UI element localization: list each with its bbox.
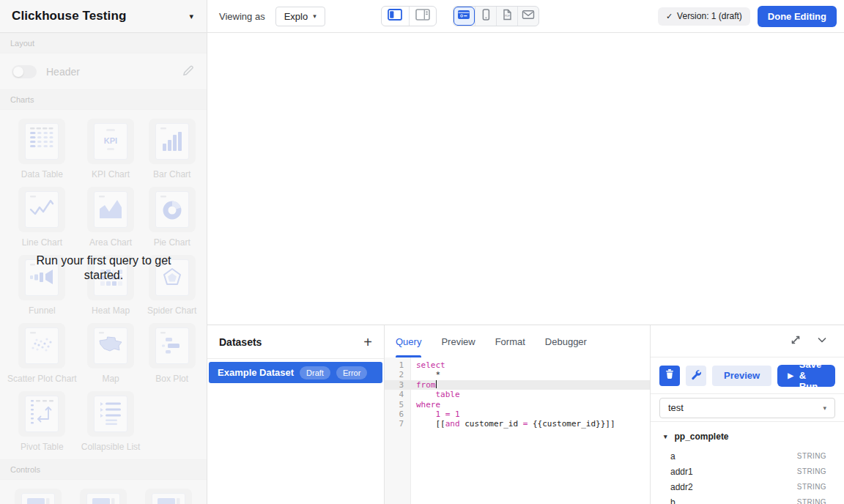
line-number: 3 bbox=[385, 380, 411, 390]
line-number: 1 bbox=[385, 360, 411, 370]
chart-type-label: Area Chart bbox=[89, 237, 132, 248]
code-line-4: 4 table bbox=[385, 390, 650, 399]
save-and-run-button[interactable]: ▶ Save & Run bbox=[777, 365, 835, 387]
add-dataset-button[interactable]: + bbox=[363, 335, 372, 349]
chart-type-label: Data Table bbox=[21, 169, 63, 179]
edit-pencil-icon[interactable] bbox=[182, 64, 195, 80]
chart-type-collapsible-list[interactable]: Collapsible List bbox=[81, 391, 141, 452]
data-table-icon bbox=[29, 125, 55, 158]
delete-query-button[interactable] bbox=[659, 366, 680, 386]
field-type: STRING bbox=[797, 483, 826, 491]
check-icon: ✓ bbox=[666, 12, 673, 21]
field-type: STRING bbox=[797, 467, 826, 475]
version-badge[interactable]: ✓ Version: 1 (draft) bbox=[658, 7, 750, 26]
field-name: b bbox=[670, 497, 675, 504]
chart-type-pivot-table[interactable]: Pivot Table bbox=[7, 391, 77, 452]
dashboard-title-menu[interactable]: Clickhouse Testing ▾ bbox=[0, 0, 207, 32]
email-preview-button[interactable] bbox=[517, 7, 538, 26]
mobile-preview-button[interactable] bbox=[475, 7, 496, 26]
section-header-charts: Charts bbox=[0, 89, 207, 110]
svg-text:PDF: PDF bbox=[505, 15, 510, 18]
toggle-right-panel-button[interactable] bbox=[409, 7, 436, 26]
desktop-preview-icon bbox=[457, 9, 470, 23]
control-input-icon bbox=[155, 495, 182, 504]
code-line-5: 5where bbox=[385, 400, 650, 410]
chart-type-scatter-plot-chart[interactable]: Scatter Plot Chart bbox=[7, 323, 77, 384]
header-toggle-label: Header bbox=[46, 66, 80, 78]
schema-table-name: pp_complete bbox=[675, 431, 729, 442]
viewing-as-label: Viewing as bbox=[219, 11, 265, 22]
toggle-left-panel-button[interactable] bbox=[382, 7, 409, 26]
chart-type-label: Funnel bbox=[29, 305, 56, 316]
field-type: STRING bbox=[797, 498, 826, 504]
chart-type-pie-chart[interactable]: Pie Chart bbox=[144, 187, 199, 248]
chart-type-area-chart[interactable]: Area Chart bbox=[81, 187, 141, 248]
header-toggle[interactable] bbox=[12, 65, 37, 78]
chevron-down-icon: ▾ bbox=[664, 433, 667, 440]
chart-type-data-table[interactable]: Data Table bbox=[7, 119, 77, 179]
chart-type-label: Box Plot bbox=[155, 374, 188, 384]
control-input-icon bbox=[90, 495, 116, 504]
panel-left-icon bbox=[388, 9, 402, 23]
control-type-tile[interactable] bbox=[138, 489, 199, 504]
query-actions-panel: Preview ▶ Save & Run test ▾ ▾ pp_complet… bbox=[651, 325, 844, 504]
scatter-plot-icon bbox=[29, 330, 55, 362]
text-cursor bbox=[436, 380, 437, 388]
sql-code-editor[interactable]: 1select2 *3from4 table5where6 1 = 17 [[a… bbox=[385, 357, 650, 504]
viewing-as-dropdown[interactable]: Explo ▾ bbox=[275, 7, 325, 26]
viewing-as-value: Explo bbox=[284, 11, 308, 22]
dataset-item-example-dataset[interactable]: Example DatasetDraftError bbox=[209, 362, 382, 383]
toggle-knob bbox=[13, 67, 23, 77]
chart-type-label: Heat Map bbox=[92, 305, 130, 316]
pdf-preview-button[interactable]: PDF bbox=[496, 7, 517, 26]
pdf-preview-icon: PDF bbox=[500, 9, 514, 23]
chart-type-box-plot[interactable]: Box Plot bbox=[144, 323, 199, 384]
control-type-tile[interactable] bbox=[7, 489, 68, 504]
panel-right-icon bbox=[415, 9, 430, 23]
chart-type-label: KPI Chart bbox=[92, 169, 130, 179]
chart-type-line-chart[interactable]: Line Chart bbox=[7, 187, 77, 248]
code-text: from bbox=[411, 380, 437, 390]
code-line-7: 7 [[and customer_id = {{customer_id}}]] bbox=[385, 419, 650, 429]
format-query-button[interactable] bbox=[686, 366, 706, 386]
top-bar: Clickhouse Testing ▾ Viewing as Explo ▾ … bbox=[0, 0, 844, 33]
tab-debugger[interactable]: Debugger bbox=[545, 325, 587, 357]
charts-grid: Data TableKPIKPI ChartBar ChartLine Char… bbox=[0, 110, 207, 459]
tab-query[interactable]: Query bbox=[396, 325, 421, 357]
desktop-preview-button[interactable] bbox=[454, 7, 475, 26]
code-text: table bbox=[411, 390, 460, 399]
chart-type-kpi-chart[interactable]: KPIKPI Chart bbox=[81, 119, 141, 179]
pivot-table-icon bbox=[29, 398, 55, 430]
control-type-tile[interactable] bbox=[73, 489, 133, 504]
chart-type-bar-chart[interactable]: Bar Chart bbox=[144, 119, 199, 179]
chart-type-map[interactable]: Map bbox=[81, 323, 141, 384]
preview-button[interactable]: Preview bbox=[712, 366, 771, 386]
collapse-panel-chevron-icon[interactable] bbox=[816, 334, 828, 349]
explo-dashboard-editor: { "top_bar": { "title": "Clickhouse Test… bbox=[0, 0, 844, 504]
dashboard-canvas[interactable] bbox=[208, 34, 844, 325]
schema-field-addr2: addr2STRING bbox=[651, 479, 844, 494]
dataset-name: Example Dataset bbox=[218, 367, 294, 378]
tab-format[interactable]: Format bbox=[495, 325, 525, 357]
empty-state-hint-text: Run your first query to get started. bbox=[22, 253, 186, 283]
tab-preview[interactable]: Preview bbox=[441, 325, 475, 357]
expand-panel-icon[interactable] bbox=[790, 334, 802, 349]
schema-field-list: aSTRINGaddr1STRINGaddr2STRINGbSTRING bbox=[651, 448, 844, 504]
data-source-row: test ▾ bbox=[651, 394, 844, 422]
schema-field-addr1: addr1STRING bbox=[651, 464, 844, 479]
field-type: STRING bbox=[797, 452, 826, 460]
line-chart-icon bbox=[29, 193, 55, 226]
data-source-value: test bbox=[668, 402, 684, 413]
datasets-panel: Datasets + Example DatasetDraftError bbox=[207, 325, 385, 504]
data-source-select[interactable]: test ▾ bbox=[659, 398, 835, 418]
wrench-icon bbox=[690, 368, 702, 383]
control-input-icon bbox=[25, 495, 51, 504]
schema-table-header[interactable]: ▾ pp_complete bbox=[651, 422, 844, 448]
done-editing-button[interactable]: Done Editing bbox=[758, 6, 837, 27]
mobile-preview-icon bbox=[479, 9, 492, 23]
top-bar-actions: Viewing as Explo ▾ PDF bbox=[207, 0, 844, 32]
chart-type-label: Scatter Plot Chart bbox=[7, 374, 77, 384]
map-icon bbox=[97, 330, 124, 362]
section-header-controls: Controls bbox=[0, 459, 207, 480]
pie-chart-icon bbox=[159, 193, 185, 226]
